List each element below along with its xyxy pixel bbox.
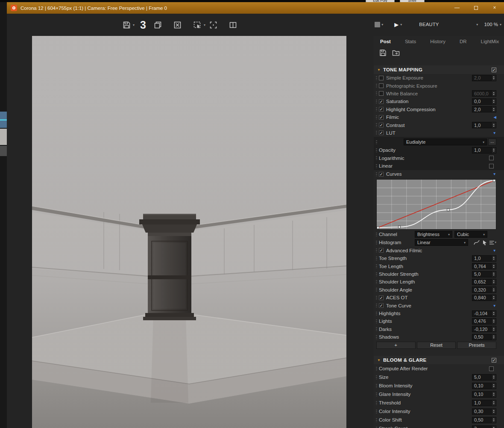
spinner-down-icon[interactable] — [493, 322, 495, 323]
spinner-up-icon[interactable] — [493, 312, 495, 313]
value-field[interactable]: -0,104 — [472, 310, 492, 317]
checkbox[interactable] — [379, 76, 384, 80]
spinner-up-icon[interactable] — [493, 384, 495, 385]
spinner-up-icon[interactable] — [493, 375, 495, 377]
spinner-up-icon[interactable] — [493, 319, 495, 321]
spinner-down-icon[interactable] — [493, 110, 495, 111]
spinner-up-icon[interactable] — [493, 100, 495, 101]
spinner-up-icon[interactable] — [493, 265, 495, 266]
titlebar[interactable]: Corona 12 | 604×755px (1:1) | Camera: Fr… — [7, 2, 504, 14]
value-field[interactable]: 0,320 — [472, 286, 492, 293]
value-spinner[interactable] — [492, 383, 496, 389]
spinner-down-icon[interactable] — [493, 78, 495, 80]
value-field[interactable]: 1,0 — [472, 147, 492, 153]
spinner-down-icon[interactable] — [493, 126, 495, 127]
spinner-up-icon[interactable] — [493, 92, 495, 93]
spinner-up-icon[interactable] — [493, 76, 495, 77]
curve-handle[interactable] — [377, 227, 379, 229]
value-spinner[interactable] — [492, 318, 496, 325]
tab-post[interactable]: Post — [380, 39, 391, 44]
value-field[interactable]: 3 — [472, 425, 492, 428]
zoom-select[interactable]: 100 % — [484, 22, 498, 27]
checkbox[interactable] — [489, 164, 494, 168]
value-spinner[interactable] — [492, 295, 496, 301]
value-spinner[interactable] — [492, 374, 496, 381]
value-spinner[interactable] — [492, 147, 496, 153]
pointer-tool-button[interactable] — [481, 239, 488, 246]
value-spinner[interactable] — [492, 271, 496, 277]
curve-handle[interactable] — [398, 226, 400, 228]
checkbox[interactable] — [489, 366, 494, 371]
value-spinner[interactable] — [492, 75, 496, 81]
fit-region-button[interactable] — [208, 18, 219, 31]
value-spinner[interactable] — [492, 106, 496, 112]
value-field[interactable]: 1,0 — [472, 400, 492, 406]
close-button[interactable]: × — [485, 2, 504, 14]
value-field[interactable]: 2,0 — [472, 106, 492, 112]
lut-select[interactable]: Eudialyte ▾ — [404, 139, 487, 145]
spinner-down-icon[interactable] — [493, 259, 495, 260]
curve-tool-button[interactable] — [473, 239, 480, 246]
spinner-down-icon[interactable] — [493, 151, 495, 152]
section-collapse-icon[interactable]: ▼ — [491, 172, 496, 176]
value-spinner[interactable] — [492, 391, 496, 398]
value-field[interactable]: 6000,0 — [472, 90, 492, 97]
stop-dropdown-caret-icon[interactable]: ▾ — [381, 23, 383, 27]
value-field[interactable]: 0,10 — [472, 383, 492, 389]
spinner-down-icon[interactable] — [493, 412, 495, 413]
spinner-up-icon[interactable] — [493, 393, 495, 394]
curve-handle[interactable] — [447, 209, 449, 211]
value-spinner[interactable] — [492, 90, 496, 97]
channel-select[interactable]: Brightness ▾ — [415, 231, 452, 238]
tone-mapping-header[interactable]: ▼ TONE MAPPING ✓ — [374, 65, 504, 74]
value-spinner[interactable] — [492, 334, 496, 340]
tab-stats[interactable]: Stats — [405, 39, 416, 44]
value-spinner[interactable] — [492, 122, 496, 128]
spinner-down-icon[interactable] — [493, 94, 495, 95]
spinner-up-icon[interactable] — [493, 272, 495, 274]
minimize-button[interactable]: — — [448, 2, 466, 14]
spinner-up-icon[interactable] — [493, 335, 495, 336]
spinner-down-icon[interactable] — [493, 378, 495, 379]
value-spinner[interactable] — [492, 98, 496, 105]
spinner-down-icon[interactable] — [493, 282, 495, 283]
region-dropdown-caret-icon[interactable]: ▾ — [204, 23, 205, 27]
value-spinner[interactable] — [492, 417, 496, 423]
maximize-button[interactable] — [466, 2, 485, 14]
value-field[interactable]: 0,0 — [472, 98, 492, 105]
checkbox[interactable]: ✓ — [379, 123, 384, 127]
spinner-down-icon[interactable] — [493, 337, 495, 339]
value-spinner[interactable] — [492, 286, 496, 293]
render-pass-select[interactable]: BEAUTY — [419, 22, 439, 27]
value-spinner[interactable] — [492, 400, 496, 406]
spinner-down-icon[interactable] — [493, 330, 495, 331]
value-field[interactable]: 0,10 — [472, 391, 492, 398]
clear-image-button[interactable] — [173, 18, 183, 31]
spinner-up-icon[interactable] — [493, 410, 495, 411]
spinner-down-icon[interactable] — [493, 395, 495, 396]
region-render-button[interactable] — [192, 18, 202, 31]
spinner-up-icon[interactable] — [493, 288, 495, 289]
tab-history[interactable]: History — [430, 39, 445, 44]
checkbox[interactable]: ✓ — [379, 115, 384, 120]
checkbox[interactable]: ✓ — [379, 99, 384, 104]
histogram-select[interactable]: Linear ▾ — [415, 239, 468, 246]
checkbox[interactable] — [489, 156, 494, 160]
add-point-button[interactable]: + — [376, 342, 416, 349]
checkbox[interactable]: ✓ — [379, 248, 384, 253]
curve-editor[interactable] — [376, 179, 496, 230]
value-field[interactable]: 5,0 — [472, 271, 492, 277]
value-spinner[interactable] — [492, 279, 496, 285]
spinner-down-icon[interactable] — [493, 314, 495, 315]
curve-menu-button[interactable]: ▾ — [489, 239, 496, 246]
save-dropdown-caret-icon[interactable]: ▾ — [133, 23, 135, 27]
value-spinner[interactable] — [492, 425, 496, 428]
pass-caret-icon[interactable]: ▾ — [476, 23, 478, 27]
save-config-button[interactable] — [379, 49, 387, 58]
value-field[interactable]: 0,652 — [472, 279, 492, 285]
load-config-button[interactable] — [392, 49, 400, 58]
checkbox[interactable] — [379, 91, 384, 96]
value-field[interactable]: 0,50 — [472, 334, 492, 340]
value-field[interactable]: 0,764 — [472, 263, 492, 269]
spinner-down-icon[interactable] — [493, 298, 495, 299]
